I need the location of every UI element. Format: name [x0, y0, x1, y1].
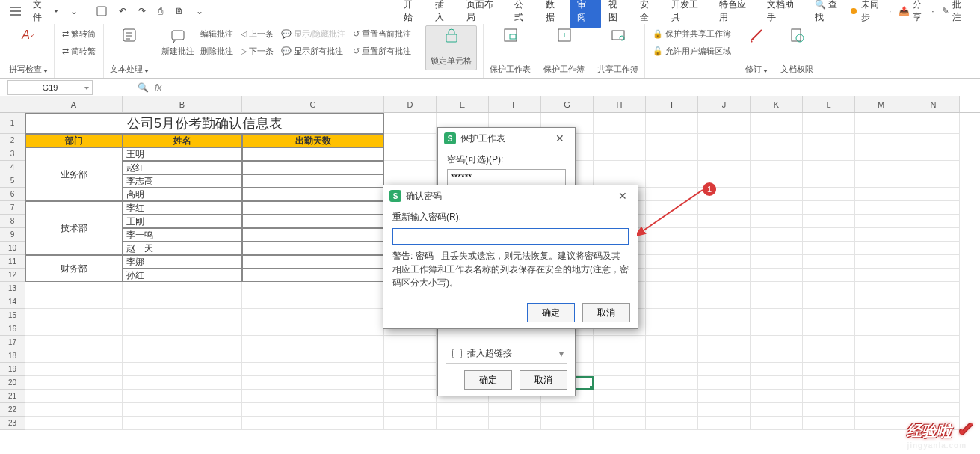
- name-cell[interactable]: 李一鸣: [123, 228, 242, 242]
- row-11[interactable]: 11: [0, 255, 25, 269]
- to-simp-button[interactable]: ⇄ 繁转简: [61, 27, 97, 41]
- chk-link[interactable]: [452, 349, 462, 358]
- row-2[interactable]: 2: [0, 134, 25, 147]
- col-K[interactable]: K: [751, 96, 803, 112]
- col-I[interactable]: I: [646, 96, 698, 112]
- dept-技术部[interactable]: 技术部: [25, 201, 123, 255]
- col-A[interactable]: A: [25, 96, 123, 112]
- file-menu[interactable]: 文件: [27, 0, 64, 22]
- dept-业务部[interactable]: 业务部: [25, 147, 123, 201]
- protect-share-button[interactable]: 🔒 保护并共享工作簿: [651, 27, 733, 41]
- row-16[interactable]: 16: [0, 322, 25, 336]
- dept-财务部[interactable]: 财务部: [25, 255, 123, 282]
- qa-preview-icon[interactable]: 🗎: [169, 0, 190, 22]
- protect-sheet-icon[interactable]: [501, 25, 520, 45]
- row-19[interactable]: 19: [0, 363, 25, 376]
- row-23[interactable]: 23: [0, 417, 25, 430]
- hdr-days[interactable]: 出勤天数: [242, 134, 384, 147]
- new-comment-icon[interactable]: [168, 26, 188, 46]
- text-proc-label[interactable]: 文本处理: [110, 64, 143, 75]
- qa-redo-icon[interactable]: ↷: [132, 0, 152, 22]
- name-cell[interactable]: 李娜: [123, 255, 242, 269]
- protect-ok-button[interactable]: 确定: [464, 370, 512, 390]
- close-icon[interactable]: ✕: [614, 187, 632, 205]
- name-cell[interactable]: 赵红: [123, 161, 242, 174]
- spell-icon[interactable]: A✓: [19, 25, 38, 45]
- row-10[interactable]: 10: [0, 242, 25, 255]
- name-cell[interactable]: 李志高: [123, 174, 242, 188]
- lock-cells-button[interactable]: 锁定单元格: [425, 25, 477, 70]
- name-cell[interactable]: 王刚: [123, 215, 242, 228]
- col-E[interactable]: E: [437, 96, 489, 112]
- fx-search-icon[interactable]: 🔍: [138, 82, 149, 93]
- row-1[interactable]: 1: [0, 113, 25, 134]
- row-5[interactable]: 5: [0, 174, 25, 188]
- protect-cancel-button[interactable]: 取消: [520, 370, 567, 390]
- col-B[interactable]: B: [123, 96, 242, 112]
- text-proc-icon[interactable]: [120, 25, 139, 45]
- row-9[interactable]: 9: [0, 228, 25, 242]
- comment-button[interactable]: ✎ 批注: [942, 0, 971, 24]
- row-20[interactable]: 20: [0, 376, 25, 390]
- col-C[interactable]: C: [242, 96, 384, 112]
- track-label[interactable]: 修订: [745, 64, 762, 75]
- row-3[interactable]: 3: [0, 147, 25, 161]
- docperm-icon[interactable]: [787, 25, 807, 45]
- row-12[interactable]: 12: [0, 269, 25, 282]
- row-21[interactable]: 21: [0, 390, 25, 403]
- name-cell[interactable]: 王明: [123, 147, 242, 161]
- confirm-pwd-input[interactable]: [392, 228, 629, 245]
- row-15[interactable]: 15: [0, 309, 25, 322]
- row-14[interactable]: 14: [0, 295, 25, 309]
- row-7[interactable]: 7: [0, 201, 25, 215]
- col-M[interactable]: M: [855, 96, 907, 112]
- share-book-icon[interactable]: [608, 25, 628, 45]
- hdr-dept[interactable]: 部门: [25, 134, 123, 147]
- protect-book-label[interactable]: 保护工作簿: [543, 64, 585, 78]
- select-all-corner[interactable]: [0, 96, 25, 112]
- col-L[interactable]: L: [803, 96, 855, 112]
- spell-label[interactable]: 拼写检查: [9, 64, 42, 75]
- track-icon[interactable]: [747, 25, 766, 45]
- col-N[interactable]: N: [907, 96, 960, 112]
- row-6[interactable]: 6: [0, 188, 25, 201]
- name-cell[interactable]: 高明: [123, 188, 242, 201]
- name-cell[interactable]: 赵一天: [123, 242, 242, 255]
- name-box[interactable]: G19: [7, 80, 93, 95]
- qa-print-icon[interactable]: ⎙: [152, 0, 169, 22]
- fx-icon[interactable]: fx: [155, 82, 161, 93]
- pwd-input[interactable]: [447, 169, 566, 185]
- col-G[interactable]: G: [541, 96, 594, 112]
- protect-sheet-label[interactable]: 保护工作表: [490, 64, 531, 78]
- new-comment-label[interactable]: 新建批注: [161, 46, 194, 60]
- row-22[interactable]: 22: [0, 403, 25, 417]
- protect-book-icon[interactable]: [555, 25, 574, 45]
- row-17[interactable]: 17: [0, 336, 25, 349]
- unsync-status[interactable]: 未同步 ·: [851, 0, 891, 24]
- name-cell[interactable]: 李红: [123, 201, 242, 215]
- confirm-ok-button[interactable]: 确定: [527, 303, 575, 322]
- hdr-name[interactable]: 姓名: [123, 134, 242, 147]
- qa-save-icon[interactable]: [90, 0, 113, 22]
- qa-undo-icon[interactable]: ↶: [113, 0, 132, 22]
- share-button[interactable]: 📤 分享 ·: [899, 0, 934, 24]
- col-H[interactable]: H: [594, 96, 646, 112]
- share-book-label[interactable]: 共享工作簿: [597, 64, 638, 78]
- row-13[interactable]: 13: [0, 282, 25, 295]
- qa-more-icon[interactable]: ⌄: [190, 0, 209, 22]
- docperm-label[interactable]: 文档权限: [780, 64, 813, 78]
- col-D[interactable]: D: [384, 96, 437, 112]
- hamburger-icon[interactable]: [4, 0, 27, 22]
- col-J[interactable]: J: [698, 96, 751, 112]
- allow-edit-button[interactable]: 🔓 允许用户编辑区域: [651, 44, 733, 58]
- title-cell[interactable]: 公司5月份考勤确认信息表: [25, 113, 384, 134]
- show-all-button[interactable]: 💬 显示所有批注: [280, 44, 347, 58]
- row-8[interactable]: 8: [0, 215, 25, 228]
- close-icon[interactable]: ✕: [551, 129, 569, 147]
- name-cell[interactable]: 孙红: [123, 269, 242, 282]
- to-trad-button[interactable]: ⇄ 简转繁: [61, 44, 97, 58]
- confirm-cancel-button[interactable]: 取消: [582, 303, 630, 322]
- row-18[interactable]: 18: [0, 349, 25, 363]
- row-4[interactable]: 4: [0, 161, 25, 174]
- col-F[interactable]: F: [489, 96, 541, 112]
